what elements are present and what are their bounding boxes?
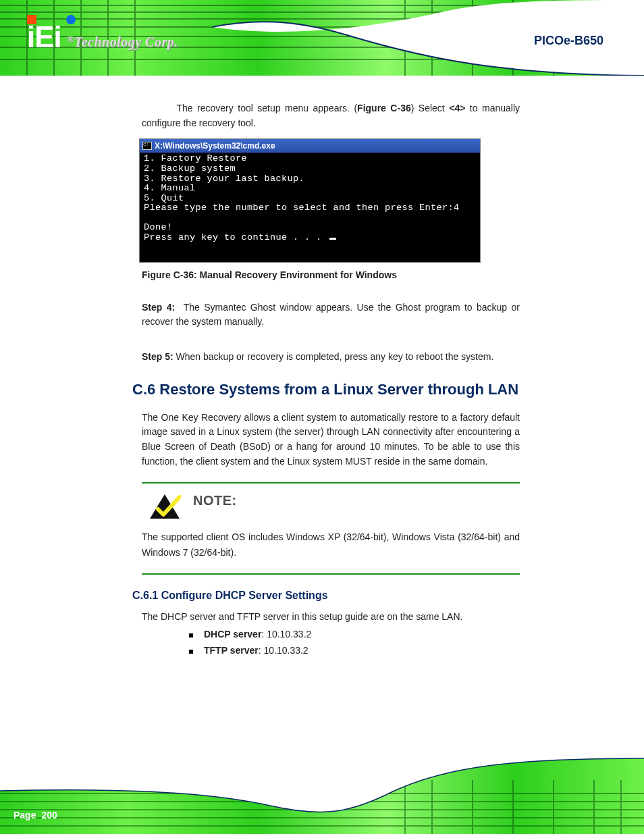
logo-letters: iEi (27, 20, 61, 53)
footer-banner: Page 200 (0, 753, 644, 834)
page-label-text: Page (14, 810, 36, 820)
step5-text: When backup or recovery is completed, pr… (173, 351, 494, 362)
list-desc: : 10.10.33.2 (261, 629, 311, 640)
note-body: The supported client OS includes Windows… (142, 529, 520, 560)
note-block: NOTE: (149, 493, 520, 520)
page-content: The recovery tool setup menu appears. (F… (142, 101, 520, 661)
term-line-5: Please type the number to select and the… (144, 203, 460, 213)
intro-before: The recovery tool setup menu appears. ( (177, 103, 358, 113)
term-line-2: 3. Restore your last backup. (144, 174, 304, 184)
section-heading-c61: C.6.1 Configure DHCP Server Settings (132, 590, 520, 602)
cmd-icon (142, 142, 152, 150)
section-c6-body: The One Key Recovery allows a client sys… (142, 411, 520, 469)
list-label: TFTP server (204, 645, 259, 656)
term-line-3: 4. Manual (144, 183, 196, 193)
product-name: PICOe-B650 (534, 34, 603, 48)
intro-option: <4> (449, 103, 465, 113)
terminal-titlebar: X:\Windows\System32\cmd.exe (140, 139, 480, 153)
step4-paragraph: Step 4: The Symantec Ghost window appear… (142, 301, 520, 330)
logo-text: iEi (27, 20, 61, 54)
header-banner: iEi ®Technology Corp. PICOe-B650 (0, 0, 644, 76)
step5-label: Step 5: (142, 351, 173, 362)
figure-text: Manual Recovery Environment for Windows (200, 269, 397, 280)
step4-label: Step 4: (142, 302, 175, 313)
bullet-icon (189, 650, 193, 654)
intro-after: ) Select (411, 103, 450, 113)
footer-white-swoosh (0, 753, 644, 834)
brand-logo: iEi ®Technology Corp. (27, 15, 203, 54)
note-top-rule (142, 482, 520, 484)
server-list: DHCP server: 10.10.33.2 TFTP server: 10.… (189, 629, 520, 656)
note-title: NOTE: (193, 493, 237, 509)
list-item: DHCP server: 10.10.33.2 (189, 629, 520, 640)
term-line-0: 1. Factory Restore (144, 153, 247, 163)
registered-mark: ® (67, 34, 74, 45)
intro-paragraph: The recovery tool setup menu appears. (F… (142, 101, 520, 130)
step5-paragraph: Step 5: When backup or recovery is compl… (142, 350, 520, 365)
term-line-1: 2. Backup system (144, 163, 236, 174)
list-label: DHCP server (204, 629, 261, 640)
terminal-screenshot: X:\Windows\System32\cmd.exe 1. Factory R… (139, 138, 481, 262)
logo-accent-square (27, 15, 36, 24)
terminal-body: 1. Factory Restore 2. Backup system 3. R… (140, 153, 480, 261)
dhcp-intro: The DHCP server and TFTP server in this … (142, 611, 520, 622)
page-number: Page 200 (14, 810, 57, 820)
figure-caption: Figure C-36: Manual Recovery Environment… (142, 269, 520, 280)
bullet-icon (189, 633, 193, 637)
note-triangle-check-icon (149, 493, 181, 520)
terminal-title: X:\Windows\System32\cmd.exe (155, 141, 275, 151)
term-line-8: Press any key to continue . . . (144, 232, 322, 242)
intro-figref: Figure C-36 (357, 103, 411, 113)
list-item: TFTP server: 10.10.33.2 (189, 645, 520, 656)
tagline-text: Technology Corp. (74, 34, 178, 49)
note-bottom-rule (142, 573, 520, 575)
term-line-4: 5. Quit (144, 193, 184, 203)
logo-accent-dot (66, 15, 76, 24)
figure-label: Figure C-36: (142, 269, 200, 280)
section-heading-c6: C.6 Restore Systems from a Linux Server … (132, 381, 520, 398)
term-line-7: Done! (144, 222, 173, 232)
brand-tagline: ®Technology Corp. (67, 34, 178, 50)
terminal-cursor (329, 238, 336, 240)
page-number-value: 200 (41, 810, 57, 820)
list-desc: : 10.10.33.2 (259, 645, 308, 656)
